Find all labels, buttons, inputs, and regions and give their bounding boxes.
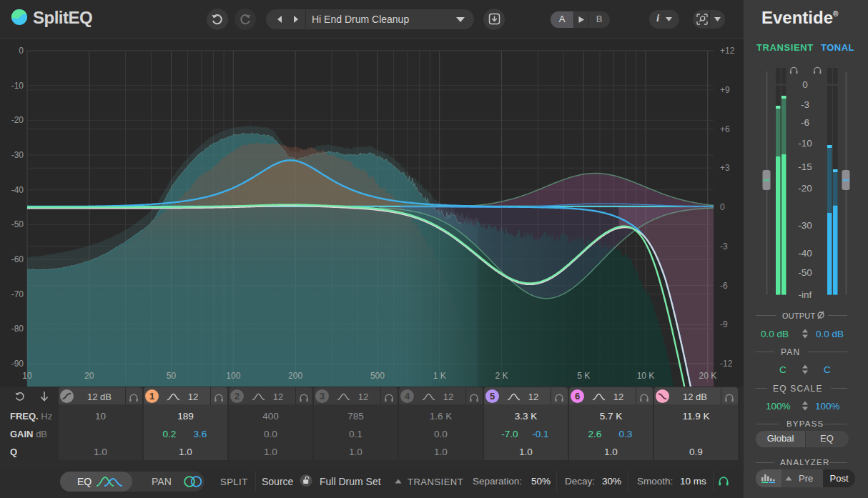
svg-text:-30: -30: [798, 220, 812, 231]
svg-text:-3: -3: [720, 241, 728, 252]
svg-text:-50: -50: [11, 219, 24, 229]
svg-text:-50: -50: [798, 267, 812, 278]
svg-text:-40: -40: [11, 185, 24, 195]
svg-text:20: 20: [84, 371, 94, 381]
svg-text:1 K: 1 K: [433, 371, 446, 381]
svg-text:5 K: 5 K: [577, 371, 590, 381]
svg-text:50: 50: [167, 371, 177, 381]
svg-text:+3: +3: [720, 163, 730, 173]
svg-text:0: 0: [802, 79, 808, 90]
svg-text:-90: -90: [11, 359, 24, 369]
svg-text:100: 100: [226, 371, 240, 381]
svg-text:-9: -9: [720, 319, 728, 329]
svg-text:-80: -80: [11, 324, 24, 334]
svg-text:-60: -60: [11, 254, 24, 264]
svg-text:0: 0: [720, 202, 725, 212]
svg-text:-15: -15: [798, 161, 812, 172]
svg-text:500: 500: [370, 371, 385, 381]
svg-text:-30: -30: [11, 150, 24, 160]
svg-text:20 K: 20 K: [699, 371, 716, 381]
svg-text:-inf: -inf: [799, 289, 812, 300]
svg-text:200: 200: [288, 371, 302, 381]
svg-text:-70: -70: [11, 289, 24, 299]
svg-text:+12: +12: [720, 46, 735, 56]
svg-text:-20: -20: [11, 115, 24, 125]
svg-text:-10: -10: [798, 138, 812, 149]
svg-text:2 K: 2 K: [495, 371, 508, 381]
svg-text:-12: -12: [720, 359, 733, 369]
svg-text:-40: -40: [798, 248, 812, 259]
svg-text:-10: -10: [11, 81, 24, 91]
svg-text:+9: +9: [720, 85, 730, 95]
svg-text:-6: -6: [720, 281, 728, 291]
svg-text:-6: -6: [801, 117, 809, 128]
svg-text:10: 10: [22, 371, 32, 381]
svg-text:-3: -3: [801, 99, 809, 110]
svg-text:+6: +6: [720, 124, 730, 134]
svg-text:10 K: 10 K: [637, 371, 655, 381]
svg-text:0: 0: [19, 46, 24, 56]
svg-text:-20: -20: [798, 183, 812, 194]
